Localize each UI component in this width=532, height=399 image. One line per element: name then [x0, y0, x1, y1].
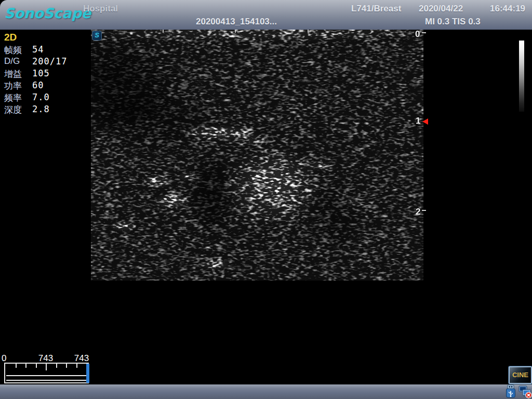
depth-label-2: 2	[416, 207, 420, 217]
param-row-frequency: 频率 7.0	[4, 92, 90, 104]
cine-start-frame: 0	[2, 353, 24, 364]
probe-orientation-marker: S	[92, 31, 102, 41]
system-date: 2020/04/22	[419, 4, 463, 14]
cine-scrubber-tick	[66, 364, 67, 368]
param-value: 60	[32, 80, 44, 90]
param-label: 频率	[4, 92, 22, 104]
probe-preset: L741/Breast	[351, 4, 401, 14]
usb-icon[interactable]	[504, 384, 517, 398]
acoustic-indices: MI 0.3 TIS 0.3	[425, 17, 481, 27]
ultrasound-image	[91, 30, 423, 281]
cine-scrubber-track	[6, 375, 87, 381]
cine-scrubber-tick	[36, 364, 37, 368]
param-row-depth: 深度 2.8	[4, 104, 90, 116]
cine-scrubber-tick	[25, 364, 26, 368]
cine-current-frame: 743	[34, 353, 57, 364]
param-value: 200/17	[32, 56, 67, 66]
param-value: 2.8	[32, 104, 50, 114]
grayscale-map-bar	[519, 41, 524, 112]
focus-position-marker	[422, 118, 428, 125]
param-label: 帧频	[4, 44, 22, 56]
depth-tick	[422, 32, 426, 33]
network-disconnected-icon[interactable]	[518, 385, 532, 398]
param-label: 功率	[4, 80, 22, 92]
param-row-power: 功率 60	[4, 80, 90, 92]
depth-label-1: 1	[416, 116, 420, 126]
param-value: 105	[32, 68, 50, 78]
param-row-gain: 增益 105	[4, 68, 90, 80]
cine-scrubber-tick	[56, 364, 57, 368]
depth-label-0: 0	[415, 29, 420, 39]
cine-review-button[interactable]: CINE	[509, 366, 532, 384]
imaging-mode-label: 2D	[4, 32, 17, 43]
cine-scrubber[interactable]	[4, 363, 89, 383]
cine-scrubber-tick	[16, 364, 17, 368]
param-value: 7.0	[32, 92, 50, 102]
param-row-dynamic-range: D/G 200/17	[4, 56, 90, 68]
cine-scrubber-handle[interactable]	[86, 364, 89, 383]
header-bar: SonoScape Hospital L741/Breast 2020/04/2…	[0, 0, 532, 30]
param-label: 增益	[4, 68, 22, 80]
depth-tick	[422, 210, 426, 211]
width-scale-tick	[308, 30, 309, 33]
param-value: 54	[32, 44, 44, 55]
taskbar	[0, 384, 532, 399]
width-scale-tick	[235, 30, 236, 33]
width-scale-tick	[163, 30, 164, 33]
param-label: D/G	[4, 56, 20, 66]
param-row-framerate: 帧频 54	[4, 44, 90, 56]
cine-scrubber-tick	[76, 364, 77, 368]
cine-total-frames: 743	[70, 353, 93, 364]
cine-scrubber-tick	[46, 364, 47, 370]
exam-id: 20200413_154103...	[196, 17, 277, 27]
system-time: 16:44:19	[490, 4, 525, 14]
hospital-name: Hospital	[83, 4, 118, 14]
param-label: 深度	[4, 104, 22, 116]
ultrasound-app-screen: SonoScape Hospital L741/Breast 2020/04/2…	[0, 0, 532, 399]
sonoscape-logo: SonoScape	[4, 5, 91, 21]
